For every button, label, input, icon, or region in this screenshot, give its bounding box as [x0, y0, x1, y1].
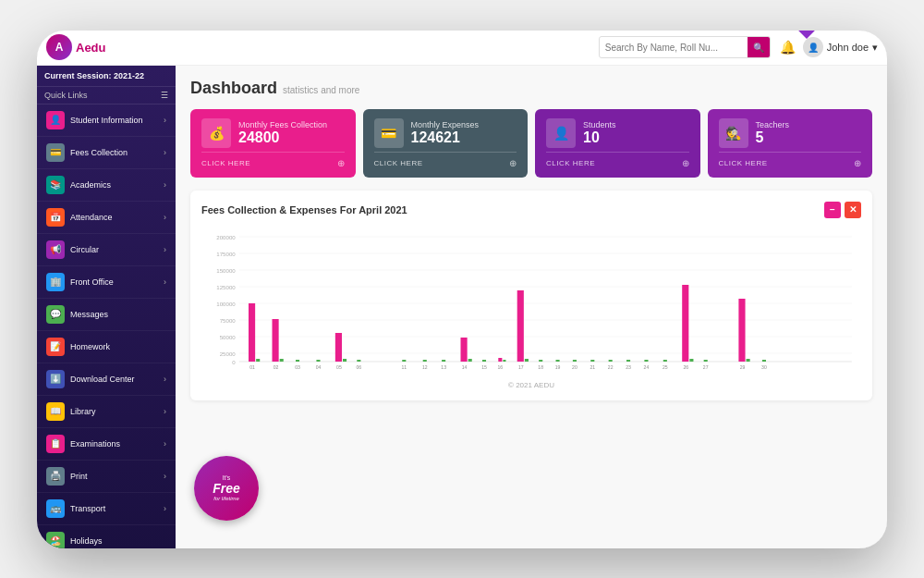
sidebar-item-fees-collection[interactable]: 💳 Fees Collection › [37, 137, 176, 169]
bar-green-12 [423, 360, 427, 362]
sidebar-item-library[interactable]: 📖 Library › [37, 396, 176, 428]
stat-card-info: Monthly Expenses 124621 [411, 120, 480, 146]
copyright-text: © 2021 AEDU [201, 381, 861, 389]
stat-card-icon: 🕵️ [719, 118, 748, 148]
bell-icon[interactable]: 🔔 [780, 40, 796, 55]
svg-text:125000: 125000 [216, 285, 236, 290]
chart-close-button[interactable]: ✕ [845, 202, 861, 218]
sidebar-item-front-office[interactable]: 🏢 Front Office › [37, 266, 176, 299]
logo-icon: A [46, 34, 72, 60]
sidebar-item-print[interactable]: 🖨️ Print › [37, 461, 176, 493]
svg-text:50000: 50000 [220, 335, 237, 340]
bar-pink-05 [335, 333, 342, 362]
svg-text:175000: 175000 [216, 252, 236, 257]
click-here-label: CLICK HERE [201, 159, 250, 167]
svg-text:200000: 200000 [216, 235, 236, 240]
bar-pink-16 [498, 358, 502, 362]
stat-card-label: Monthly Fees Collection [238, 120, 327, 129]
sidebar-label: Student Information [70, 116, 164, 125]
free-badge: It's Free for lifetime [194, 456, 259, 521]
bar-green-21 [590, 360, 594, 362]
bar-green-15 [482, 360, 486, 362]
stat-card-more-icon[interactable]: ⊕ [854, 158, 861, 168]
stat-card-more-icon[interactable]: ⊕ [337, 158, 345, 168]
chart-container: Fees Collection & Expenses For April 202… [190, 191, 872, 400]
sidebar-item-circular[interactable]: 📢 Circular › [37, 234, 176, 266]
svg-text:15: 15 [481, 364, 487, 370]
app-container: A Aedu 🔍 🔔 👤 John doe ▾ [37, 31, 887, 548]
stat-card-footer: CLICK HERE ⊕ [719, 152, 862, 168]
quick-links-label: Quick Links [44, 91, 88, 100]
svg-text:27: 27 [703, 364, 709, 370]
bar-pink-17 [517, 290, 524, 362]
stat-card-more-icon[interactable]: ⊕ [682, 158, 689, 168]
stat-card-value: 5 [756, 129, 790, 146]
sidebar-chevron-icon: › [164, 148, 166, 157]
search-button[interactable]: 🔍 [748, 36, 770, 58]
sidebar-label: Fees Collection [70, 148, 164, 157]
bar-green-17 [525, 359, 529, 362]
stat-card-value: 24800 [238, 129, 327, 146]
bar-green-23 [626, 360, 630, 362]
hamburger-icon[interactable]: ☰ [161, 91, 168, 100]
sidebar-item-examinations[interactable]: 📋 Examinations › [37, 428, 176, 461]
stat-card-value: 10 [583, 129, 616, 146]
svg-text:02: 02 [274, 364, 279, 370]
stat-card-header: 🕵️ Teachers 5 [719, 118, 862, 148]
bar-pink-14 [461, 338, 468, 362]
bar-green-24 [644, 360, 648, 362]
sidebar-icon: 🏖️ [46, 532, 65, 548]
user-name: John doe [827, 42, 869, 53]
sidebar-label: Holidays [70, 536, 166, 546]
bar-chart: 200000 175000 150000 125000 100000 75000… [201, 228, 861, 375]
svg-text:18: 18 [538, 364, 543, 370]
stat-cards: 💰 Monthly Fees Collection 24800 CLICK HE… [190, 109, 872, 178]
user-area[interactable]: 👤 John doe ▾ [803, 37, 878, 57]
stat-card-icon: 💳 [374, 118, 404, 148]
bar-pink-01 [249, 303, 255, 362]
sidebar-item-academics[interactable]: 📚 Academics › [37, 169, 176, 202]
sidebar-item-download-center[interactable]: ⬇️ Download Center › [37, 363, 176, 396]
svg-text:11: 11 [401, 364, 407, 370]
svg-text:75000: 75000 [220, 318, 237, 324]
sidebar-item-transport[interactable]: 🚌 Transport › [37, 493, 176, 525]
sidebar-icon: ⬇️ [46, 370, 65, 388]
bar-green-25 [663, 360, 667, 362]
svg-text:14: 14 [462, 364, 468, 370]
bar-green-02 [280, 359, 284, 362]
stat-card-icon: 👤 [546, 118, 576, 148]
svg-text:26: 26 [683, 364, 688, 370]
sidebar-item-attendance[interactable]: 📅 Attendance › [37, 202, 176, 234]
sidebar-chevron-icon: › [164, 472, 166, 481]
svg-text:05: 05 [336, 364, 342, 370]
bar-green-26 [689, 359, 693, 362]
sidebar-item-messages[interactable]: 💬 Messages [37, 299, 176, 331]
click-here-label: CLICK HERE [374, 159, 423, 167]
svg-text:150000: 150000 [216, 268, 236, 274]
bar-green-03 [296, 360, 299, 362]
sidebar-item-student-information[interactable]: 👤 Student Information › [37, 105, 176, 137]
sidebar-item-holidays[interactable]: 🏖️ Holidays [37, 525, 176, 548]
chart-minimize-button[interactable]: − [824, 202, 841, 218]
sidebar-icon: 💬 [46, 305, 65, 324]
page-title: Dashboard [190, 79, 277, 98]
bar-green-22 [609, 360, 613, 362]
bar-green-14 [468, 359, 472, 362]
svg-text:22: 22 [608, 364, 614, 370]
svg-text:01: 01 [249, 364, 255, 370]
bar-green-01 [256, 359, 260, 362]
device-frame: A Aedu 🔍 🔔 👤 John doe ▾ [37, 31, 887, 548]
svg-text:25000: 25000 [220, 351, 237, 357]
sidebar-item-homework[interactable]: 📝 Homework [37, 331, 176, 363]
click-here-label: CLICK HERE [546, 159, 595, 167]
svg-text:29: 29 [740, 364, 746, 370]
stat-card-more-icon[interactable]: ⊕ [509, 158, 517, 168]
sidebar-label: Library [70, 407, 164, 416]
sidebar-label: Homework [70, 342, 166, 351]
sidebar: Current Session: 2021-22 Quick Links ☰ 👤… [37, 66, 176, 548]
svg-text:21: 21 [590, 364, 595, 370]
sidebar-label: Examinations [70, 439, 164, 449]
chart-controls: − ✕ [824, 202, 861, 218]
main-layout: Current Session: 2021-22 Quick Links ☰ 👤… [37, 66, 887, 548]
search-input[interactable] [600, 43, 748, 53]
